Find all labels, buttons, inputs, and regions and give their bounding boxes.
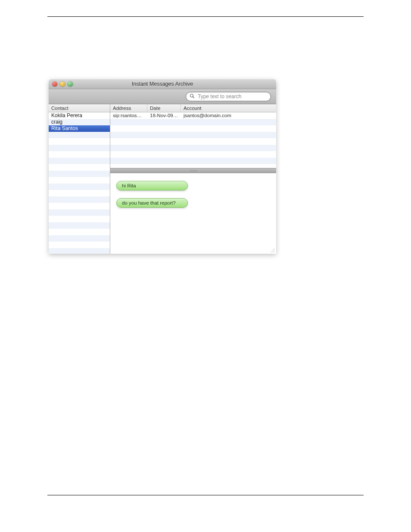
sidebar-item[interactable]: Kokila Perera — [49, 112, 110, 119]
cell-date — [147, 132, 181, 138]
minimize-icon[interactable] — [60, 81, 65, 87]
table-row[interactable]: sip:rsantos@…18-Nov-09 …jsantos@domain.c… — [110, 112, 276, 119]
cell-date — [147, 151, 181, 158]
session-table: Address Date Account sip:rsantos@…18-Nov… — [110, 104, 276, 168]
svg-line-4 — [274, 252, 275, 252]
cell-date: 18-Nov-09 … — [147, 112, 181, 119]
sidebar-item[interactable] — [49, 209, 110, 216]
sidebar-item[interactable] — [49, 216, 110, 222]
cell-date — [147, 158, 181, 164]
sidebar-item[interactable] — [49, 132, 110, 138]
sidebar-item[interactable]: Rita Santos — [49, 125, 110, 132]
page-bottom-rule — [47, 495, 364, 495]
sidebar-item[interactable] — [49, 151, 110, 158]
sidebar-header: Contact — [49, 104, 110, 112]
window-title: Instant Messages Archive — [49, 81, 276, 87]
grip-icon — [190, 170, 197, 171]
cell-address — [110, 158, 147, 164]
sidebar-item[interactable] — [49, 222, 110, 229]
svg-point-0 — [190, 94, 193, 97]
sidebar-item[interactable] — [49, 248, 110, 254]
main-pane: Address Date Account sip:rsantos@…18-Nov… — [110, 104, 276, 254]
cell-address — [110, 132, 147, 138]
cell-address — [110, 145, 147, 151]
titlebar[interactable]: Instant Messages Archive — [49, 79, 276, 89]
col-date[interactable]: Date — [147, 104, 181, 112]
zoom-icon[interactable] — [68, 81, 73, 87]
search-field[interactable] — [186, 92, 271, 101]
sidebar-item[interactable] — [49, 158, 110, 164]
message-pane: hi Ritado you have that report? — [110, 173, 276, 254]
sidebar-item[interactable] — [49, 184, 110, 190]
sidebar-item[interactable] — [49, 164, 110, 171]
sidebar-item[interactable] — [49, 242, 110, 248]
message-bubble: hi Rita — [116, 181, 188, 190]
table-row[interactable] — [110, 119, 276, 125]
pane-splitter[interactable] — [110, 168, 276, 173]
sidebar-item[interactable] — [49, 177, 110, 184]
cell-address — [110, 138, 147, 145]
cell-account — [181, 132, 276, 138]
sidebar-item[interactable] — [49, 190, 110, 196]
resize-grip-icon[interactable] — [269, 247, 275, 253]
cell-address — [110, 125, 147, 132]
sidebar-item[interactable] — [49, 196, 110, 203]
cell-date — [147, 125, 181, 132]
cell-account — [181, 125, 276, 132]
cell-date — [147, 119, 181, 125]
message-bubble: do you have that report? — [116, 198, 188, 208]
table-row[interactable] — [110, 125, 276, 132]
search-input[interactable] — [197, 93, 267, 100]
table-row[interactable] — [110, 132, 276, 138]
sidebar-item[interactable] — [49, 235, 110, 242]
cell-account — [181, 158, 276, 164]
table-row[interactable] — [110, 145, 276, 151]
sidebar-item[interactable] — [49, 138, 110, 145]
col-account[interactable]: Account — [181, 104, 276, 112]
cell-address: sip:rsantos@… — [110, 112, 147, 119]
table-header: Address Date Account — [110, 104, 276, 112]
search-icon — [190, 93, 195, 100]
table-row[interactable] — [110, 138, 276, 145]
toolbar — [49, 89, 276, 104]
close-icon[interactable] — [52, 81, 57, 87]
sidebar-item[interactable] — [49, 229, 110, 235]
col-address[interactable]: Address — [110, 104, 147, 112]
sidebar-item[interactable]: craig — [49, 119, 110, 125]
cell-account — [181, 151, 276, 158]
table-row[interactable] — [110, 151, 276, 158]
cell-address — [110, 151, 147, 158]
page-top-rule — [47, 16, 364, 17]
sidebar-item[interactable] — [49, 171, 110, 177]
cell-date — [147, 138, 181, 145]
cell-account — [181, 119, 276, 125]
cell-account — [181, 138, 276, 145]
im-archive-window: Instant Messages Archive Contact Kokila … — [49, 79, 276, 254]
table-row[interactable] — [110, 158, 276, 164]
cell-address — [110, 119, 147, 125]
sidebar-item[interactable] — [49, 203, 110, 209]
cell-account — [181, 145, 276, 151]
cell-date — [147, 145, 181, 151]
sidebar-item[interactable] — [49, 145, 110, 151]
contact-sidebar: Contact Kokila PereracraigRita Santos — [49, 104, 110, 254]
svg-line-1 — [193, 96, 194, 98]
cell-account: jsantos@domain.com — [181, 112, 276, 119]
